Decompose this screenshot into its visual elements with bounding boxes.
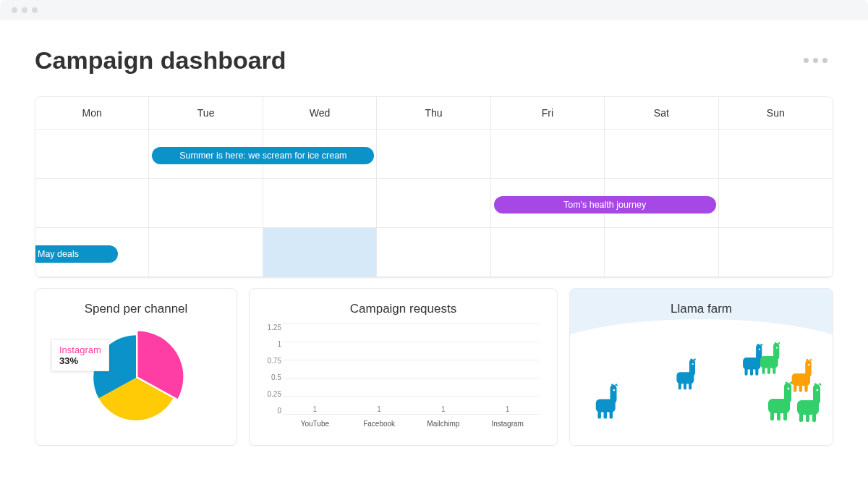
calendar-cell[interactable] bbox=[35, 130, 149, 179]
campaign-requests-card: Campaign requests 1.2510.750.50.250 1111… bbox=[249, 288, 558, 446]
svg-rect-32 bbox=[770, 412, 774, 420]
calendar-cell[interactable] bbox=[377, 179, 490, 228]
y-tick-label: 1 bbox=[261, 340, 281, 348]
calendar-day-header: Fri bbox=[491, 97, 605, 130]
llama-farm-card: Llama farm bbox=[569, 288, 833, 446]
bar-value-label: 1 bbox=[313, 405, 318, 413]
svg-rect-14 bbox=[745, 368, 748, 376]
bar-value-label: 1 bbox=[506, 405, 510, 413]
y-tick-label: 0 bbox=[261, 407, 281, 415]
calendar-cell[interactable] bbox=[263, 179, 377, 228]
svg-rect-19 bbox=[773, 343, 779, 360]
calendar-cell[interactable] bbox=[263, 228, 377, 277]
card-title: Spend per channel bbox=[47, 302, 225, 316]
llama-icon[interactable] bbox=[758, 342, 783, 377]
card-title: Campaign requests bbox=[261, 302, 545, 316]
window-dot-icon bbox=[32, 7, 38, 13]
svg-rect-31 bbox=[784, 383, 791, 403]
y-tick-label: 0.25 bbox=[261, 390, 281, 398]
calendar-cell[interactable] bbox=[149, 228, 263, 277]
calendar-event[interactable]: May deals bbox=[35, 245, 118, 263]
bar-value-label: 1 bbox=[441, 405, 446, 413]
bar-value-label: 1 bbox=[377, 405, 381, 413]
llama-icon[interactable] bbox=[765, 381, 796, 425]
svg-rect-34 bbox=[783, 412, 787, 420]
svg-point-11 bbox=[692, 363, 694, 365]
calendar-day-header: Sat bbox=[605, 97, 718, 130]
svg-rect-7 bbox=[689, 360, 695, 376]
calendar-day-header: Thu bbox=[377, 97, 490, 130]
calendar-day-header: Tue bbox=[149, 97, 263, 130]
page-title: Campaign dashboard bbox=[35, 46, 286, 75]
calendar-cell[interactable] bbox=[719, 179, 833, 228]
svg-rect-40 bbox=[812, 413, 816, 422]
svg-point-41 bbox=[817, 389, 819, 392]
svg-point-35 bbox=[788, 388, 790, 390]
card-title: Llama farm bbox=[570, 289, 833, 316]
svg-point-29 bbox=[808, 364, 809, 365]
pie-tooltip-value: 33% bbox=[59, 355, 101, 366]
window-chrome bbox=[0, 0, 868, 20]
bar-chart[interactable]: 1.2510.750.50.250 1111 YouTubeFacebookMa… bbox=[261, 324, 545, 432]
calendar-cell[interactable] bbox=[491, 228, 605, 277]
svg-rect-2 bbox=[597, 411, 601, 419]
calendar-event[interactable]: Summer is here: we scream for ice cream bbox=[152, 147, 374, 164]
y-tick-label: 0.75 bbox=[261, 357, 281, 365]
spend-per-channel-card: Spend per channel Instagram 33% bbox=[35, 288, 237, 446]
calendar-cell[interactable] bbox=[605, 130, 718, 179]
x-tick-label: Facebook bbox=[351, 420, 407, 428]
calendar-day-header: Sun bbox=[719, 97, 833, 130]
svg-rect-3 bbox=[604, 411, 608, 419]
pie-tooltip-label: Instagram bbox=[59, 345, 101, 355]
calendar-cell[interactable] bbox=[719, 228, 833, 277]
llama-icon[interactable] bbox=[794, 383, 825, 426]
window-dot-icon bbox=[22, 7, 27, 13]
window-dot-icon bbox=[12, 7, 17, 13]
calendar-cell[interactable] bbox=[35, 179, 149, 228]
calendar-cell[interactable] bbox=[377, 130, 490, 179]
pie-tooltip: Instagram 33% bbox=[51, 339, 109, 371]
calendar-day-header: Wed bbox=[263, 97, 377, 130]
x-tick-label: Mailchimp bbox=[415, 420, 472, 428]
y-tick-label: 1.25 bbox=[261, 324, 281, 331]
llama-icon[interactable] bbox=[674, 358, 699, 393]
calendar-cell[interactable] bbox=[605, 228, 718, 277]
y-tick-label: 0.5 bbox=[261, 373, 281, 381]
svg-rect-38 bbox=[799, 413, 803, 422]
svg-rect-1 bbox=[610, 385, 617, 403]
pie-chart[interactable]: Instagram 33% bbox=[47, 324, 225, 432]
svg-point-5 bbox=[613, 389, 616, 392]
svg-rect-4 bbox=[610, 411, 613, 419]
svg-rect-33 bbox=[777, 412, 780, 420]
svg-rect-37 bbox=[813, 384, 820, 405]
llama-icon[interactable] bbox=[593, 384, 621, 423]
svg-rect-39 bbox=[806, 413, 809, 422]
svg-rect-8 bbox=[678, 383, 681, 390]
calendar-event[interactable]: Tom's health journey bbox=[494, 196, 716, 214]
x-tick-label: YouTube bbox=[286, 420, 343, 428]
svg-rect-25 bbox=[805, 360, 812, 377]
svg-rect-20 bbox=[762, 367, 765, 374]
svg-rect-15 bbox=[750, 368, 753, 376]
svg-rect-10 bbox=[689, 383, 692, 390]
svg-rect-9 bbox=[684, 383, 686, 390]
calendar-cell[interactable] bbox=[491, 130, 605, 179]
calendar-day-header: Mon bbox=[35, 97, 149, 130]
calendar-cell[interactable] bbox=[377, 228, 490, 277]
svg-rect-22 bbox=[773, 367, 775, 374]
x-tick-label: Instagram bbox=[480, 420, 536, 428]
calendar-cell[interactable] bbox=[149, 179, 263, 228]
svg-point-23 bbox=[776, 347, 778, 348]
svg-rect-21 bbox=[767, 367, 770, 374]
calendar-cell[interactable] bbox=[719, 130, 833, 179]
more-menu-button[interactable] bbox=[804, 58, 833, 63]
calendar-widget: MonTueWedThuFriSatSun Summer is here: we… bbox=[35, 96, 833, 278]
